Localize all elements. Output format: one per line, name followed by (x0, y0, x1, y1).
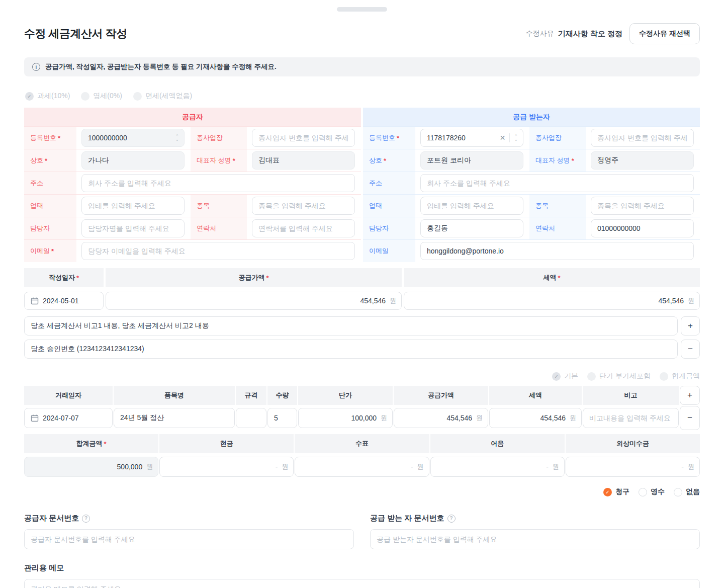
tax-amount-input[interactable]: 454,546 원 (404, 292, 700, 310)
supplier-row-name: 상호* 대표자 성명* (24, 149, 361, 172)
supplier-reg-number-input[interactable]: 1000000000 ⌃⌄ (81, 129, 185, 147)
supplier-phone-label: 연락처 (191, 217, 247, 239)
radio-none[interactable]: 없음 (674, 487, 700, 496)
radio-total-amount[interactable]: 합계금액 (660, 372, 700, 381)
supplier-biztype-input[interactable] (81, 197, 185, 215)
item-supply-input[interactable]: 454,546 원 (394, 408, 488, 428)
recipient-address-input[interactable] (420, 174, 694, 192)
won-suffix: 원 (553, 462, 559, 471)
document-number-section: 공급자 문서번호 ? 공급 받는 자 문서번호 ? (24, 514, 700, 549)
recipient-ceo-input[interactable] (591, 151, 694, 170)
recipient-panel-title: 공급 받는자 (363, 108, 700, 126)
question-icon[interactable]: ? (447, 515, 456, 523)
recipient-bizclass-input[interactable] (591, 197, 694, 215)
recipient-biztype-input[interactable] (420, 197, 523, 215)
add-item-button[interactable]: + (680, 386, 700, 405)
radio-label: 영수 (651, 487, 665, 496)
supplier-bizclass-input[interactable] (252, 197, 355, 215)
supplier-doc-number-input[interactable] (24, 529, 354, 549)
check-input[interactable]: - 원 (295, 457, 429, 477)
stepper-icon[interactable]: ⌃⌄ (514, 135, 518, 141)
supplier-row-biztype: 업태 종목 (24, 194, 361, 217)
supplier-manager-input[interactable] (81, 219, 185, 237)
reselect-reason-button[interactable]: 수정사유 재선택 (629, 23, 700, 44)
remove-remark-button[interactable]: − (681, 340, 700, 359)
recipient-email-label: 이메일 (363, 240, 415, 262)
required-mark: * (572, 157, 574, 164)
item-name-input[interactable] (114, 408, 235, 428)
supplier-name-label: 상호* (24, 149, 76, 172)
items-table: 거래일자 품목명 규격 수량 단가 공급가액 세액 비고 + 2024-07-0… (24, 386, 700, 430)
item-note-input[interactable] (583, 408, 679, 428)
supplier-ceo-label: 대표자 성명* (191, 149, 247, 172)
recipient-phone-input[interactable] (591, 219, 694, 237)
supplier-row-reg: 등록번호* 1000000000 ⌃⌄ 종사업장 (24, 126, 361, 149)
radio-tax-exempt[interactable]: 면세(세액없음) (133, 92, 192, 101)
required-mark: * (384, 157, 386, 164)
radio-taxable[interactable]: ✓ 과세(10%) (25, 92, 70, 101)
recipient-name-input[interactable] (420, 151, 523, 170)
totals-table: 작성일자* 공급가액* 세액* 2024-05-01 454,546 원 454… (24, 268, 700, 312)
write-date-picker[interactable]: 2024-05-01 (24, 292, 104, 310)
recipient-panel: 공급 받는자 등록번호* 1178178260 ✕ ⌃⌄ 종사업장 (363, 108, 700, 262)
item-date-header: 거래일자 (24, 386, 113, 405)
recipient-bizclass-label: 종목 (529, 195, 586, 217)
remark-input-2[interactable] (24, 340, 678, 359)
supplier-phone-input[interactable] (252, 219, 355, 237)
supplier-address-input[interactable] (81, 174, 355, 192)
supplier-reg-label: 등록번호* (24, 127, 76, 149)
recipient-manager-input[interactable] (420, 219, 523, 237)
check-header: 수표 (295, 434, 429, 453)
recipient-phone-label: 연락처 (529, 217, 586, 239)
supplier-biztype-label: 업태 (24, 195, 76, 217)
supplier-doc-block: 공급자 문서번호 ? (24, 514, 354, 549)
supplier-email-input[interactable] (81, 242, 355, 260)
item-spec-input[interactable] (236, 408, 266, 428)
clear-icon[interactable]: ✕ (500, 134, 506, 142)
recipient-email-input[interactable] (420, 242, 694, 260)
required-mark: * (58, 134, 60, 142)
remark-input-1[interactable] (24, 316, 678, 335)
radio-checked-icon: ✓ (25, 92, 34, 101)
add-remark-button[interactable]: + (681, 316, 700, 335)
supply-amount-input[interactable]: 454,546 원 (106, 292, 402, 310)
header-right: 수정사유 기재사항 착오 정정 수정사유 재선택 (526, 23, 700, 44)
drag-handle[interactable] (337, 7, 387, 12)
won-suffix: 원 (390, 296, 396, 305)
cash-input[interactable]: - 원 (159, 457, 294, 477)
radio-invoice-claim[interactable]: ✓ 청구 (603, 487, 629, 496)
recipient-branch-input[interactable] (591, 129, 694, 147)
supplier-ceo-input[interactable] (252, 151, 355, 170)
radio-basic[interactable]: ✓ 기본 (552, 372, 578, 381)
required-mark: * (104, 440, 107, 448)
item-date-picker[interactable]: 2024-07-07 (24, 408, 113, 428)
won-suffix: 원 (570, 413, 576, 423)
recipient-reg-number-input[interactable]: 1178178260 ✕ ⌃⌄ (420, 129, 523, 147)
credit-input[interactable]: - 원 (566, 457, 700, 477)
supplier-panel-title: 공급자 (24, 108, 361, 126)
recipient-doc-block: 공급 받는 자 문서번호 ? (370, 514, 700, 549)
payment-purpose-radio-group: ✓ 청구 영수 없음 (24, 487, 700, 496)
memo-input[interactable] (24, 579, 700, 588)
radio-unit-price-vat-included[interactable]: 단가 부가세포함 (587, 372, 651, 381)
item-qty-input[interactable] (267, 408, 297, 428)
radio-receipt[interactable]: 영수 (639, 487, 665, 496)
info-banner-text: 공급가액, 작성일자, 공급받는자 등록번호 등 필요 기재사항을 수정해 주세… (45, 62, 277, 71)
recipient-address-label: 주소 (363, 172, 415, 194)
item-unit-price-input[interactable]: 100,000 원 (298, 408, 393, 428)
credit-header: 외상미수금 (566, 434, 700, 453)
supplier-name-input[interactable] (81, 151, 185, 170)
total-amount-input[interactable]: 500,000 원 (24, 457, 158, 477)
promissory-note-input[interactable]: - 원 (430, 457, 565, 477)
remove-item-button[interactable]: − (680, 406, 700, 430)
supplier-row-manager: 담당자 연락처 (24, 217, 361, 239)
radio-label: 단가 부가세포함 (599, 372, 651, 381)
supplier-bizclass-label: 종목 (191, 195, 247, 217)
recipient-doc-number-input[interactable] (370, 529, 700, 549)
radio-zero-rate[interactable]: 영세(0%) (81, 92, 122, 101)
remark-row-2: − (24, 340, 700, 359)
item-tax-input[interactable]: 454,546 원 (489, 408, 582, 428)
supplier-branch-input[interactable] (252, 129, 355, 147)
stepper-icon[interactable]: ⌃⌄ (175, 135, 179, 141)
question-icon[interactable]: ? (82, 515, 90, 523)
